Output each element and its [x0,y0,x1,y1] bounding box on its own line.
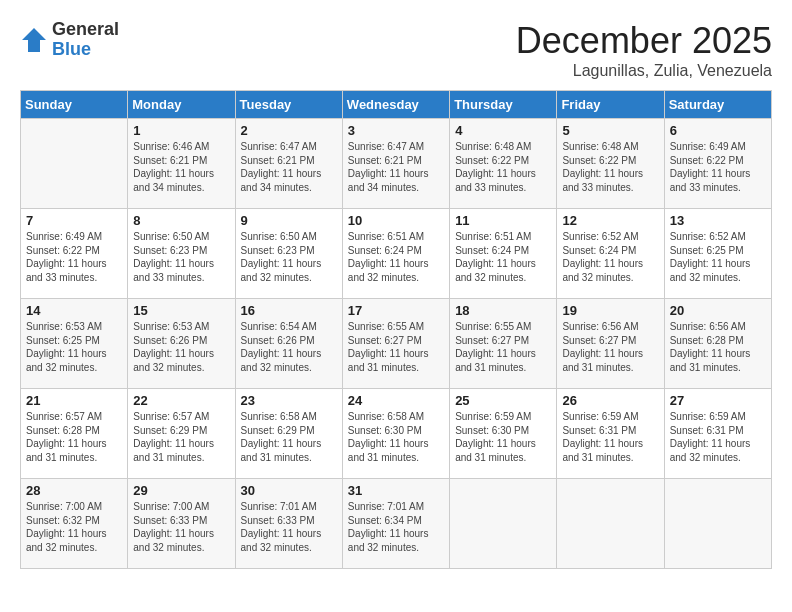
calendar-table: SundayMondayTuesdayWednesdayThursdayFrid… [20,90,772,569]
calendar-cell [21,119,128,209]
day-number: 23 [241,393,337,408]
day-info: Sunrise: 6:59 AMSunset: 6:30 PMDaylight:… [455,410,551,464]
week-row-3: 14Sunrise: 6:53 AMSunset: 6:25 PMDayligh… [21,299,772,389]
calendar-cell: 24Sunrise: 6:58 AMSunset: 6:30 PMDayligh… [342,389,449,479]
day-info: Sunrise: 6:52 AMSunset: 6:25 PMDaylight:… [670,230,766,284]
day-number: 12 [562,213,658,228]
day-info: Sunrise: 6:52 AMSunset: 6:24 PMDaylight:… [562,230,658,284]
day-number: 27 [670,393,766,408]
day-info: Sunrise: 6:53 AMSunset: 6:25 PMDaylight:… [26,320,122,374]
day-info: Sunrise: 6:49 AMSunset: 6:22 PMDaylight:… [670,140,766,194]
day-info: Sunrise: 6:47 AMSunset: 6:21 PMDaylight:… [348,140,444,194]
day-info: Sunrise: 6:46 AMSunset: 6:21 PMDaylight:… [133,140,229,194]
calendar-cell: 15Sunrise: 6:53 AMSunset: 6:26 PMDayligh… [128,299,235,389]
days-of-week-row: SundayMondayTuesdayWednesdayThursdayFrid… [21,91,772,119]
location: Lagunillas, Zulia, Venezuela [516,62,772,80]
day-number: 10 [348,213,444,228]
day-info: Sunrise: 6:56 AMSunset: 6:27 PMDaylight:… [562,320,658,374]
day-info: Sunrise: 6:48 AMSunset: 6:22 PMDaylight:… [455,140,551,194]
calendar-cell: 21Sunrise: 6:57 AMSunset: 6:28 PMDayligh… [21,389,128,479]
calendar-cell: 17Sunrise: 6:55 AMSunset: 6:27 PMDayligh… [342,299,449,389]
day-number: 26 [562,393,658,408]
day-number: 21 [26,393,122,408]
day-number: 3 [348,123,444,138]
day-info: Sunrise: 7:00 AMSunset: 6:32 PMDaylight:… [26,500,122,554]
header-thursday: Thursday [450,91,557,119]
day-info: Sunrise: 6:57 AMSunset: 6:29 PMDaylight:… [133,410,229,464]
day-number: 31 [348,483,444,498]
title-area: December 2025 Lagunillas, Zulia, Venezue… [516,20,772,80]
calendar-header: SundayMondayTuesdayWednesdayThursdayFrid… [21,91,772,119]
day-number: 1 [133,123,229,138]
day-info: Sunrise: 6:58 AMSunset: 6:29 PMDaylight:… [241,410,337,464]
day-info: Sunrise: 6:55 AMSunset: 6:27 PMDaylight:… [455,320,551,374]
day-info: Sunrise: 6:55 AMSunset: 6:27 PMDaylight:… [348,320,444,374]
day-info: Sunrise: 6:49 AMSunset: 6:22 PMDaylight:… [26,230,122,284]
logo-general: General [52,20,119,40]
day-info: Sunrise: 6:57 AMSunset: 6:28 PMDaylight:… [26,410,122,464]
day-info: Sunrise: 7:01 AMSunset: 6:33 PMDaylight:… [241,500,337,554]
calendar-cell: 18Sunrise: 6:55 AMSunset: 6:27 PMDayligh… [450,299,557,389]
day-number: 2 [241,123,337,138]
logo-icon [20,26,48,54]
day-number: 13 [670,213,766,228]
calendar-cell: 5Sunrise: 6:48 AMSunset: 6:22 PMDaylight… [557,119,664,209]
day-number: 24 [348,393,444,408]
day-number: 18 [455,303,551,318]
calendar-cell: 2Sunrise: 6:47 AMSunset: 6:21 PMDaylight… [235,119,342,209]
calendar-cell: 14Sunrise: 6:53 AMSunset: 6:25 PMDayligh… [21,299,128,389]
calendar-cell: 3Sunrise: 6:47 AMSunset: 6:21 PMDaylight… [342,119,449,209]
day-number: 4 [455,123,551,138]
calendar-cell: 1Sunrise: 6:46 AMSunset: 6:21 PMDaylight… [128,119,235,209]
svg-marker-0 [22,28,46,52]
calendar-cell: 28Sunrise: 7:00 AMSunset: 6:32 PMDayligh… [21,479,128,569]
calendar-cell: 22Sunrise: 6:57 AMSunset: 6:29 PMDayligh… [128,389,235,479]
header-saturday: Saturday [664,91,771,119]
day-info: Sunrise: 7:01 AMSunset: 6:34 PMDaylight:… [348,500,444,554]
calendar-cell: 20Sunrise: 6:56 AMSunset: 6:28 PMDayligh… [664,299,771,389]
day-number: 17 [348,303,444,318]
calendar-cell: 31Sunrise: 7:01 AMSunset: 6:34 PMDayligh… [342,479,449,569]
calendar-cell: 6Sunrise: 6:49 AMSunset: 6:22 PMDaylight… [664,119,771,209]
header-sunday: Sunday [21,91,128,119]
day-info: Sunrise: 6:56 AMSunset: 6:28 PMDaylight:… [670,320,766,374]
day-info: Sunrise: 6:51 AMSunset: 6:24 PMDaylight:… [455,230,551,284]
day-info: Sunrise: 6:50 AMSunset: 6:23 PMDaylight:… [133,230,229,284]
day-number: 25 [455,393,551,408]
week-row-1: 1Sunrise: 6:46 AMSunset: 6:21 PMDaylight… [21,119,772,209]
day-info: Sunrise: 6:59 AMSunset: 6:31 PMDaylight:… [562,410,658,464]
calendar-cell: 26Sunrise: 6:59 AMSunset: 6:31 PMDayligh… [557,389,664,479]
calendar-cell: 4Sunrise: 6:48 AMSunset: 6:22 PMDaylight… [450,119,557,209]
calendar-cell: 8Sunrise: 6:50 AMSunset: 6:23 PMDaylight… [128,209,235,299]
week-row-5: 28Sunrise: 7:00 AMSunset: 6:32 PMDayligh… [21,479,772,569]
calendar-cell: 7Sunrise: 6:49 AMSunset: 6:22 PMDaylight… [21,209,128,299]
header-tuesday: Tuesday [235,91,342,119]
calendar-body: 1Sunrise: 6:46 AMSunset: 6:21 PMDaylight… [21,119,772,569]
day-info: Sunrise: 6:58 AMSunset: 6:30 PMDaylight:… [348,410,444,464]
day-number: 19 [562,303,658,318]
day-number: 16 [241,303,337,318]
logo: General Blue [20,20,119,60]
header-wednesday: Wednesday [342,91,449,119]
month-title: December 2025 [516,20,772,62]
day-number: 8 [133,213,229,228]
calendar-cell [557,479,664,569]
day-number: 7 [26,213,122,228]
day-number: 9 [241,213,337,228]
calendar-cell: 19Sunrise: 6:56 AMSunset: 6:27 PMDayligh… [557,299,664,389]
calendar-cell: 10Sunrise: 6:51 AMSunset: 6:24 PMDayligh… [342,209,449,299]
calendar-cell: 9Sunrise: 6:50 AMSunset: 6:23 PMDaylight… [235,209,342,299]
week-row-4: 21Sunrise: 6:57 AMSunset: 6:28 PMDayligh… [21,389,772,479]
logo-blue: Blue [52,40,119,60]
day-info: Sunrise: 6:50 AMSunset: 6:23 PMDaylight:… [241,230,337,284]
logo-text: General Blue [52,20,119,60]
calendar-cell: 30Sunrise: 7:01 AMSunset: 6:33 PMDayligh… [235,479,342,569]
week-row-2: 7Sunrise: 6:49 AMSunset: 6:22 PMDaylight… [21,209,772,299]
calendar-cell: 16Sunrise: 6:54 AMSunset: 6:26 PMDayligh… [235,299,342,389]
day-number: 5 [562,123,658,138]
day-info: Sunrise: 6:59 AMSunset: 6:31 PMDaylight:… [670,410,766,464]
header-friday: Friday [557,91,664,119]
day-number: 30 [241,483,337,498]
page-header: General Blue December 2025 Lagunillas, Z… [20,20,772,80]
day-number: 20 [670,303,766,318]
